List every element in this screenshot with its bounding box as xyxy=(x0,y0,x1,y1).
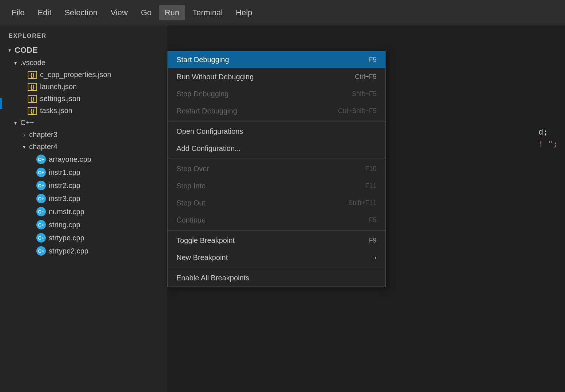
tree-item-settings[interactable]: {} settings.json xyxy=(0,93,167,105)
json-icon-settings: {} xyxy=(28,95,37,103)
shortcut-step-out: Shift+F11 xyxy=(348,199,377,207)
tree-item-arrayone[interactable]: C+ arrayone.cpp xyxy=(0,153,167,166)
tree-item-strtype[interactable]: C+ strtype.cpp xyxy=(0,231,167,244)
tree-label-instr2: instr2.cpp xyxy=(49,181,80,190)
tree-label-launch: launch.json xyxy=(40,83,77,91)
shortcut-stop-debugging: Shift+F5 xyxy=(352,90,377,98)
separator-2 xyxy=(168,159,385,159)
menu-label-step-into: Step Into xyxy=(176,182,206,190)
tree-item-strtype2[interactable]: C+ strtype2.cpp xyxy=(0,244,167,257)
activity-bar-indicator xyxy=(0,98,2,109)
tree-item-instr3[interactable]: C+ instr3.cpp xyxy=(0,192,167,205)
tree-item-string[interactable]: C+ string.cpp xyxy=(0,218,167,231)
tree-label-instr3: instr3.cpp xyxy=(49,195,80,203)
separator-1 xyxy=(168,121,385,121)
menu-label-restart-debugging: Restart Debugging xyxy=(176,107,237,115)
menu-label-step-over: Step Over xyxy=(176,165,209,173)
arrow-vscode xyxy=(12,59,19,67)
cpp-icon-strtype: C+ xyxy=(36,233,46,243)
code-snippet: d; ! "; xyxy=(531,120,565,159)
menu-label-open-configurations: Open Configurations xyxy=(176,127,243,136)
tree-label-strtype2: strtype2.cpp xyxy=(49,247,88,255)
tree-label-vscode: .vscode xyxy=(20,59,45,67)
menu-continue: Continue F5 xyxy=(168,212,385,229)
cpp-icon-string: C+ xyxy=(36,220,46,229)
tree-label-tasks: tasks.json xyxy=(40,107,72,115)
main-layout: EXPLORER CODE .vscode {} c_cpp_propertie… xyxy=(0,25,565,392)
tree-item-c-cpp[interactable]: {} c_cpp_properties.json xyxy=(0,69,167,81)
cpp-icon-instr3: C+ xyxy=(36,194,46,203)
menu-selection[interactable]: Selection xyxy=(59,5,103,20)
arrow-chapter4 xyxy=(20,143,28,151)
tree-label-string: string.cpp xyxy=(49,221,80,229)
cpp-icon-instr2: C+ xyxy=(36,181,46,190)
menu-run-without-debug[interactable]: Run Without Debugging Ctrl+F5 xyxy=(168,68,385,85)
cpp-icon-arrayone: C+ xyxy=(36,155,46,164)
tree-label-arrayone: arrayone.cpp xyxy=(49,155,91,164)
cpp-icon-instr1: C+ xyxy=(36,168,46,177)
tree-label-c-cpp: c_cpp_properties.json xyxy=(40,71,111,79)
submenu-arrow-new-breakpoint: › xyxy=(374,254,377,261)
menu-label-step-out: Step Out xyxy=(176,199,205,207)
menu-start-debugging[interactable]: Start Debugging F5 xyxy=(168,51,385,68)
menu-label-toggle-breakpoint: Toggle Breakpoint xyxy=(176,236,235,245)
tree-item-instr2[interactable]: C+ instr2.cpp xyxy=(0,179,167,192)
menu-step-over: Step Over F10 xyxy=(168,160,385,177)
menu-step-out: Step Out Shift+F11 xyxy=(168,195,385,212)
menu-open-configurations[interactable]: Open Configurations xyxy=(168,123,385,140)
json-icon-tasks: {} xyxy=(28,107,37,115)
shortcut-step-into: F11 xyxy=(365,182,377,190)
tree-label-chapter4: chapter4 xyxy=(29,143,57,151)
menu-restart-debugging: Restart Debugging Ctrl+Shift+F5 xyxy=(168,103,385,120)
run-dropdown-menu: Start Debugging F5 Run Without Debugging… xyxy=(167,51,386,287)
tree-item-tasks[interactable]: {} tasks.json xyxy=(0,105,167,117)
menu-edit[interactable]: Edit xyxy=(32,5,57,20)
menu-enable-all-breakpoints[interactable]: Enable All Breakpoints xyxy=(168,269,385,287)
tree-label-strtype: strtype.cpp xyxy=(49,234,84,242)
shortcut-start-debugging: F5 xyxy=(369,56,377,64)
menu-label-stop-debugging: Stop Debugging xyxy=(176,90,228,98)
menu-help[interactable]: Help xyxy=(230,5,258,20)
menu-label-start-debugging: Start Debugging xyxy=(176,56,229,64)
menu-label-add-configuration: Add Configuration... xyxy=(176,144,241,153)
menu-new-breakpoint[interactable]: New Breakpoint › xyxy=(168,249,385,266)
tree-item-chapter4[interactable]: chapter4 xyxy=(0,141,167,153)
tree-item-numstr[interactable]: C+ numstr.cpp xyxy=(0,205,167,218)
menu-terminal[interactable]: Terminal xyxy=(187,5,228,20)
tree-item-vscode[interactable]: .vscode xyxy=(0,57,167,69)
tree-label-cpp: C++ xyxy=(20,119,34,127)
json-icon-launch: {} xyxy=(28,83,37,91)
explorer-header: EXPLORER xyxy=(0,25,167,44)
menu-label-new-breakpoint: New Breakpoint xyxy=(176,253,228,262)
menu-view[interactable]: View xyxy=(105,5,134,20)
shortcut-restart-debugging: Ctrl+Shift+F5 xyxy=(338,107,377,115)
shortcut-step-over: F10 xyxy=(365,165,377,173)
code-line-2: ! "; xyxy=(538,139,558,148)
code-line-1: d; xyxy=(538,127,558,136)
cpp-icon-strtype2: C+ xyxy=(36,246,46,256)
arrow-chapter3 xyxy=(20,131,28,139)
tree-label-instr1: instr1.cpp xyxy=(49,168,80,177)
menu-go[interactable]: Go xyxy=(135,5,157,20)
tree-item-cpp[interactable]: C++ xyxy=(0,117,167,129)
shortcut-toggle-breakpoint: F9 xyxy=(369,237,377,244)
menu-stop-debugging: Stop Debugging Shift+F5 xyxy=(168,85,385,103)
menu-file[interactable]: File xyxy=(6,5,30,20)
tree-label-settings: settings.json xyxy=(40,95,80,103)
tree-label-numstr: numstr.cpp xyxy=(49,208,84,216)
menu-step-into: Step Into F11 xyxy=(168,177,385,195)
tree-item-launch[interactable]: {} launch.json xyxy=(0,81,167,93)
menu-label-continue: Continue xyxy=(176,216,206,224)
menu-add-configuration[interactable]: Add Configuration... xyxy=(168,140,385,157)
shortcut-run-without-debug: Ctrl+F5 xyxy=(355,73,377,81)
tree-item-chapter3[interactable]: chapter3 xyxy=(0,129,167,141)
sidebar: EXPLORER CODE .vscode {} c_cpp_propertie… xyxy=(0,25,167,392)
menu-run[interactable]: Run xyxy=(159,5,185,20)
cpp-icon-numstr: C+ xyxy=(36,207,46,216)
menu-label-run-without-debug: Run Without Debugging xyxy=(176,73,254,81)
tree-item-code[interactable]: CODE xyxy=(0,44,167,57)
menu-toggle-breakpoint[interactable]: Toggle Breakpoint F9 xyxy=(168,232,385,249)
menubar: File Edit Selection View Go Run Terminal… xyxy=(0,0,565,25)
tree-item-instr1[interactable]: C+ instr1.cpp xyxy=(0,166,167,179)
separator-3 xyxy=(168,230,385,231)
